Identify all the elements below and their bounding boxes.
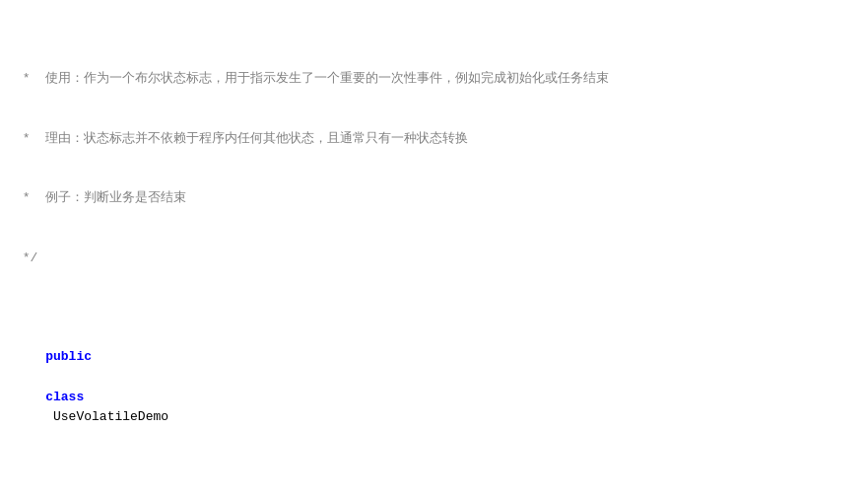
keyword-class: class bbox=[45, 390, 84, 404]
comment-line-3: * 例子：判断业务是否结束 bbox=[15, 188, 853, 208]
class-declaration: public class UseVolatileDemo bbox=[15, 327, 853, 447]
code-container: * 使用：作为一个布尔状态标志，用于指示发生了一个重要的一次性事件，例如完成初始… bbox=[15, 10, 853, 501]
comment-line-1: * 使用：作为一个布尔状态标志，用于指示发生了一个重要的一次性事件，例如完成初始… bbox=[15, 69, 853, 89]
keyword-public: public bbox=[45, 349, 92, 364]
class-name: UseVolatileDemo bbox=[45, 409, 168, 424]
comment-line-2: * 理由：状态标志并不依赖于程序内任何其他状态，且通常只有一种状态转换 bbox=[15, 129, 853, 149]
comment-line-4: */ bbox=[15, 249, 853, 268]
